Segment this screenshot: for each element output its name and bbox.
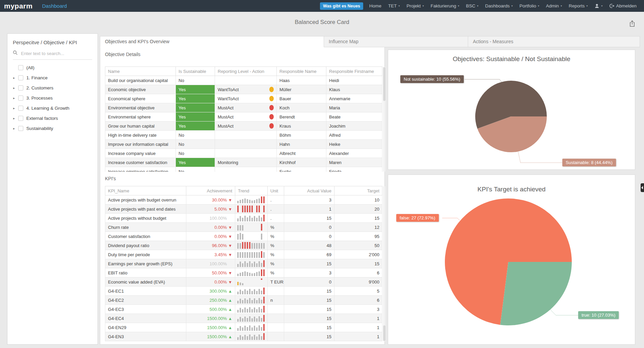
search-input[interactable] bbox=[20, 51, 92, 56]
nav-dashboard-link[interactable]: Dashboard bbox=[42, 3, 67, 9]
nav-item-fakturierung[interactable]: Fakturierung▾ bbox=[427, 0, 463, 12]
checkbox[interactable] bbox=[18, 106, 23, 111]
objective-row-environmental-sphere[interactable]: Environmental sphereYesMustActBerendtBea… bbox=[105, 112, 382, 122]
objective-row-increase-company-value[interactable]: Increase company valueNoAlbrechtAlexande… bbox=[105, 149, 382, 158]
user-icon bbox=[594, 3, 599, 8]
kpi-row-customer-satisfaction[interactable]: Customer satisfaction0.00%▼%095 bbox=[105, 232, 382, 241]
export-button[interactable] bbox=[628, 20, 637, 28]
objective-row-grow-our-human-capital[interactable]: Grow our human capitalYesMustActKrausJoa… bbox=[105, 122, 382, 131]
target-cell: 50 bbox=[334, 241, 382, 250]
objective-name-cell: Grow our human capital bbox=[105, 122, 176, 131]
nav-item-dashboards[interactable]: Dashboards▾ bbox=[482, 0, 516, 12]
expand-arrow-icon[interactable]: ▸ bbox=[13, 76, 18, 80]
objective-row-build-our-organisational-capital[interactable]: Build our organisational capitalNoHaasHe… bbox=[105, 76, 382, 85]
column-header-target[interactable]: Target bbox=[334, 186, 382, 195]
action-label: MustAct bbox=[218, 114, 234, 119]
achievement-cell: 1500.00%▲ bbox=[186, 323, 235, 332]
objective-details-scrollbar[interactable] bbox=[383, 66, 385, 172]
trend-down-icon: ▼ bbox=[227, 198, 234, 203]
kpi-row-active-projects-with-past-end-dates[interactable]: Active projects with past end dates5.00%… bbox=[105, 205, 382, 214]
column-header-unit[interactable]: Unit bbox=[268, 186, 284, 195]
pie-slice-true[interactable] bbox=[500, 262, 572, 325]
kpi-row-churn-rate[interactable]: Churn rate0.00%▼%012 bbox=[105, 223, 382, 232]
column-header-trend[interactable]: Trend bbox=[235, 186, 268, 195]
logout-icon bbox=[609, 3, 614, 8]
column-header-reporting-level-action[interactable]: Reporting Level - Action bbox=[215, 67, 277, 76]
tree-item-label: (All) bbox=[26, 65, 34, 70]
checkbox[interactable] bbox=[18, 65, 23, 70]
expand-arrow-icon[interactable]: ▸ bbox=[13, 106, 18, 110]
tree-item-1-finance[interactable]: ▸1. Finance bbox=[7, 73, 98, 83]
splitter-handle[interactable] bbox=[641, 183, 644, 192]
nav-item-portfolio[interactable]: Portfolio▾ bbox=[516, 0, 543, 12]
objective-row-economic-objective[interactable]: Economic objectiveYesWantToActMüllerKlau… bbox=[105, 85, 382, 94]
tab-actions-measures[interactable]: Actions - Measures bbox=[468, 36, 640, 47]
kpi-row-g4-en29[interactable]: G4-EN291500.00%▲151 bbox=[105, 323, 382, 332]
kpi-row-ebit-ratio[interactable]: EBIT ratio50.00%▼%36 bbox=[105, 268, 382, 277]
kpi-row-duty-time-per-periode[interactable]: Duty time per periode3.45%▼%692'000 bbox=[105, 250, 382, 259]
nav-item-abmelden[interactable]: Abmelden bbox=[606, 0, 640, 12]
tab-objectives-overview[interactable]: Objectives and KPI's Overview bbox=[100, 36, 324, 47]
objective-row-high-in-time-delivery-rate[interactable]: High in-time delivery rateNoBöhmAlfred bbox=[105, 131, 382, 140]
tree-item-3-processes[interactable]: ▸3. Processes bbox=[7, 93, 98, 103]
checkbox[interactable] bbox=[18, 96, 23, 101]
kpi-row-active-projects-without-budget[interactable]: Active projects without budget100.00%.15… bbox=[105, 214, 382, 223]
kpi-row-earnings-per-share-growth-eps[interactable]: Earnings per share growth (EPS)100.00%%1… bbox=[105, 259, 382, 268]
scrollbar-thumb[interactable] bbox=[383, 67, 385, 101]
yellow-status-dot-icon bbox=[269, 87, 274, 92]
nav-item-user-icon[interactable]: ▾ bbox=[591, 0, 606, 12]
tree-item-sustainability[interactable]: ▸Sustainability bbox=[7, 123, 98, 133]
checkbox[interactable] bbox=[18, 116, 23, 121]
column-header-responsible-firstname[interactable]: Responsible Firstname bbox=[326, 67, 382, 76]
nav-item-projekt[interactable]: Projekt▾ bbox=[403, 0, 427, 12]
expand-arrow-icon[interactable]: ▸ bbox=[13, 96, 18, 100]
kpi-row-g4-ec3[interactable]: G4-EC3500.00%▲153 bbox=[105, 305, 382, 314]
nav-item-bsc[interactable]: BSC▾ bbox=[462, 0, 482, 12]
kpi-scrollbar[interactable] bbox=[383, 186, 385, 342]
kpi-row-g4-ec4[interactable]: G4-EC41500.00%▲151 bbox=[105, 314, 382, 323]
kpi-row-economic-value-added-eva[interactable]: Economic value added (EVA)0.00%▼T EUR09'… bbox=[105, 277, 382, 287]
tree-item-external-factors[interactable]: ▸External factors bbox=[7, 113, 98, 123]
kpi-name-cell: G4-EC3 bbox=[105, 305, 186, 314]
expand-arrow-icon[interactable]: ▸ bbox=[13, 127, 18, 130]
expand-arrow-icon[interactable]: ▸ bbox=[13, 86, 18, 90]
column-header-actual-value[interactable]: Actual Value bbox=[284, 186, 334, 195]
achievement-value: 0.00% bbox=[214, 234, 227, 239]
pie-label-not-sustainable: Not sustainable: 10 (55.56%) bbox=[400, 75, 464, 83]
checkbox[interactable] bbox=[18, 75, 23, 80]
nav-item-reports[interactable]: Reports▾ bbox=[565, 0, 591, 12]
whats-new-badge[interactable]: Was gibt es Neues bbox=[320, 2, 363, 10]
expand-arrow-icon[interactable]: ▸ bbox=[13, 116, 18, 120]
scrollbar-thumb[interactable] bbox=[383, 325, 385, 341]
column-header-is-sustainable[interactable]: Is Sustainable bbox=[176, 67, 215, 76]
app-logo[interactable]: myparm bbox=[4, 2, 33, 10]
objective-row-improve-our-information-capital[interactable]: Improve our information capitalNoHahnHei… bbox=[105, 140, 382, 149]
trend-down-icon: ▼ bbox=[227, 252, 234, 257]
objective-row-economical-sphere[interactable]: Economical sphereYesWantToActBauerAnnema… bbox=[105, 94, 382, 103]
checkbox[interactable] bbox=[18, 126, 23, 131]
nav-item-admin[interactable]: Admin▾ bbox=[543, 0, 565, 12]
kpi-row-dividend-payout-ratio[interactable]: Dividend payout ratio96.00%▼%4850 bbox=[105, 241, 382, 250]
tab-influence-map[interactable]: Influence Map bbox=[324, 36, 468, 47]
action-label: MustAct bbox=[218, 124, 234, 129]
kpi-row-active-projects-with-budget-overrun[interactable]: Active projects with budget overrun30.00… bbox=[105, 195, 382, 205]
reporting-level-cell bbox=[215, 167, 277, 172]
objective-row-increase-employee-satisfaction[interactable]: Increase employee satisfactionNoFuchsFri… bbox=[105, 167, 382, 172]
checkbox[interactable] bbox=[18, 85, 23, 90]
tree-item-2-customers[interactable]: ▸2. Customers bbox=[7, 83, 98, 93]
tree-item-all[interactable]: (All) bbox=[7, 62, 98, 73]
tree-item-4-learning-growth[interactable]: ▸4. Learning & Growth bbox=[7, 103, 98, 113]
kpi-row-g4-ec2[interactable]: G4-EC2250.00%▲n156 bbox=[105, 296, 382, 305]
column-header-kpi-name[interactable]: KPI_Name bbox=[105, 186, 186, 195]
column-header-achievement[interactable]: Achievement bbox=[186, 186, 235, 195]
objective-row-environmental-objective[interactable]: Environmental objectiveYesMustActKochMar… bbox=[105, 103, 382, 112]
column-header-responsible-name[interactable]: Responsible Name bbox=[277, 67, 326, 76]
objective-row-increase-customer-satisfaction[interactable]: Increase customer satisfactionYesMonitor… bbox=[105, 158, 382, 167]
kpi-row-g4-ec1[interactable]: G4-EC1300.00%▲155 bbox=[105, 287, 382, 296]
nav-item-tet[interactable]: TET▾ bbox=[385, 0, 403, 12]
actual-value-cell: 1 bbox=[284, 205, 334, 214]
tab-label: Actions - Measures bbox=[473, 39, 513, 44]
kpi-row-g4-en3[interactable]: G4-EN31500.00%▲151 bbox=[105, 332, 382, 341]
nav-item-home[interactable]: Home bbox=[366, 0, 385, 12]
column-header-name[interactable]: Name bbox=[105, 67, 176, 76]
